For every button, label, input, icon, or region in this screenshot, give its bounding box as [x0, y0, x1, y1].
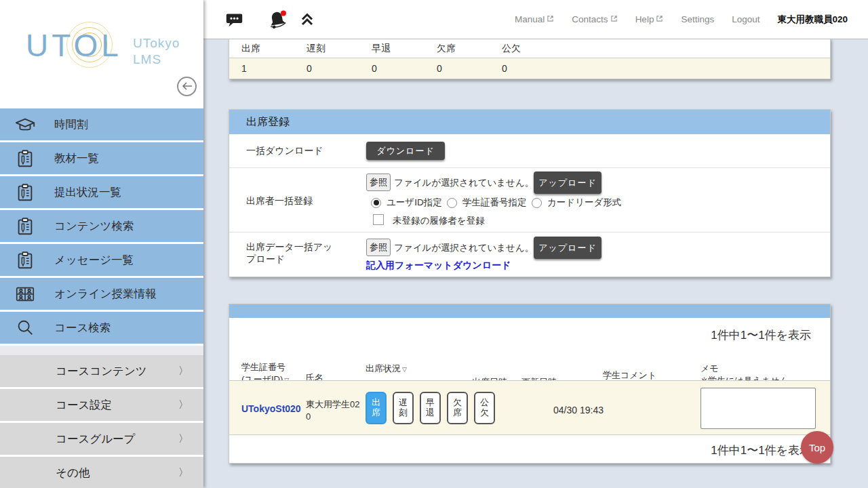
summary-values-row: 1 0 0 0 0 — [229, 58, 830, 79]
summary-val-attend: 1 — [241, 58, 307, 79]
radio-card-reader[interactable]: カードリーダ形式 — [532, 197, 621, 209]
status-button-early-leave[interactable]: 早退 — [420, 392, 441, 424]
summary-val-excused: 0 — [502, 58, 567, 79]
table-header-bar — [229, 304, 830, 318]
graduation-cap-icon — [14, 114, 37, 136]
attendee-bulk-register-row: 出席者一括登録 参照 ファイルが選択されていません。 アップロード ユーザID指… — [229, 167, 830, 232]
sidebar: UTOL UTokyo LMS 時間割 教材一覧 — [0, 0, 203, 488]
sidebar-item-content-search[interactable]: コンテンツ検索 — [0, 210, 203, 242]
clipboard-icon — [14, 182, 37, 203]
chevron-right-icon: 〉 — [178, 466, 189, 479]
external-link-icon — [610, 14, 618, 24]
sidebar-item-submission-status[interactable]: 提出状況一覧 — [0, 176, 203, 208]
chevron-right-icon: 〉 — [178, 365, 189, 378]
summary-col-early-leave: 早退 — [372, 39, 437, 58]
sidebar-main-menu: 時間割 教材一覧 提出状況一覧 コンテンツ検索 — [0, 108, 203, 346]
status-button-attend[interactable]: 出席 — [366, 392, 387, 424]
status-button-excused[interactable]: 公欠 — [474, 392, 495, 424]
bulk-download-row: 一括ダウンロード ダウンロード — [229, 134, 830, 167]
download-button[interactable]: ダウンロード — [366, 142, 445, 160]
bulk-download-label: 一括ダウンロード — [246, 145, 323, 157]
logo-text: UTOL — [26, 27, 122, 64]
format-download-link[interactable]: 記入用フォーマットダウンロード — [366, 260, 511, 272]
section-title: 出席登録 — [229, 110, 830, 134]
summary-col-excused: 公欠 — [502, 39, 567, 58]
table-header-zone: 1件中1〜1件を表示 学生証番号 (ユーザID)▽ 氏名 出席状況▽ 出席日時 … — [229, 318, 830, 380]
sidebar-item-course-search[interactable]: コース検索 — [0, 312, 203, 344]
main-content: 出席 遅刻 早退 欠席 公欠 1 0 0 0 0 出席登録 一括ダウンロード ダ… — [203, 39, 868, 488]
browse-file-button[interactable]: 参照 — [366, 174, 391, 191]
help-link[interactable]: Help — [635, 14, 664, 24]
utol-logo: UTOL UTokyo LMS — [26, 27, 189, 75]
notification-badge — [281, 10, 286, 16]
register-unenrolled-checkbox[interactable] — [373, 214, 384, 225]
sidebar-item-timetable[interactable]: 時間割 — [0, 108, 203, 140]
result-count-text: 1件中1〜1件を表示 — [711, 327, 811, 343]
summary-col-attend: 出席 — [241, 39, 307, 58]
clipboard-icon — [14, 148, 37, 169]
current-username: 東大用教職員020 — [777, 14, 848, 26]
clipboard-icon — [14, 250, 37, 270]
browse-file-button[interactable]: 参照 — [366, 239, 391, 256]
radio-unselected-icon — [447, 198, 457, 208]
result-count-text: 1件中1〜1件を表示 — [711, 443, 811, 458]
update-datetime: 04/30 19:43 — [553, 405, 604, 415]
no-file-selected-text: ファイルが選択されていません。 — [394, 177, 534, 189]
data-bulk-upload-label: 出席データ一括アップロード — [246, 241, 338, 265]
table-footer: 1件中1〜1件を表示 — [229, 434, 830, 463]
logo-subtext: UTokyo LMS — [133, 35, 180, 68]
status-button-group: 出席 遅刻 早退 欠席 公欠 — [366, 392, 495, 424]
radio-student-card-number[interactable]: 学生証番号指定 — [447, 197, 527, 209]
student-name: 東大用学生020 — [306, 399, 363, 422]
summary-val-absent: 0 — [437, 58, 502, 79]
summary-col-absent: 欠席 — [437, 39, 502, 58]
double-chevron-up-icon[interactable] — [299, 12, 315, 28]
col-status[interactable]: 出席状況▽ — [366, 363, 407, 375]
attendance-registration-panel: 出席登録 一括ダウンロード ダウンロード 出席者一括登録 参照 ファイルが選択さ… — [229, 109, 831, 277]
student-row: UTokyoSt020 東大用学生020 出席 遅刻 早退 欠席 公欠 04/3… — [229, 380, 830, 434]
sidebar-item-messages[interactable]: メッセージ一覧 — [0, 244, 203, 276]
sidebar-item-materials[interactable]: 教材一覧 — [0, 142, 203, 174]
topbar-links: Manual Contacts Help Settings Logout 東大用… — [515, 14, 868, 26]
attendee-bulk-label: 出席者一括登録 — [246, 195, 313, 207]
topbar-icons — [225, 9, 315, 30]
people-grid-icon — [14, 283, 37, 305]
sidebar-item-others[interactable]: その他 〉 — [0, 457, 203, 488]
notification-bell-icon[interactable] — [267, 9, 288, 30]
student-attendance-table: 1件中1〜1件を表示 学生証番号 (ユーザID)▽ 氏名 出席状況▽ 出席日時 … — [229, 304, 831, 464]
radio-user-id[interactable]: ユーザID指定 — [371, 197, 442, 209]
message-icon[interactable] — [225, 10, 243, 28]
sidebar-collapse-button[interactable] — [177, 77, 197, 96]
sidebar-item-course-settings[interactable]: コース設定 〉 — [0, 389, 203, 421]
summary-col-late: 遅刻 — [307, 39, 372, 58]
student-id-link[interactable]: UTokyoSt020 — [241, 403, 301, 414]
status-button-absent[interactable]: 欠席 — [447, 392, 468, 424]
sidebar-item-online-class-info[interactable]: オンライン授業情報 — [0, 278, 203, 310]
attendance-summary-table: 出席 遅刻 早退 欠席 公欠 1 0 0 0 0 — [229, 38, 831, 79]
summary-val-late: 0 — [307, 58, 372, 79]
sort-icon: ▽ — [402, 366, 407, 373]
memo-textarea[interactable] — [701, 388, 816, 429]
arrow-left-icon — [182, 81, 193, 93]
status-button-late[interactable]: 遅刻 — [393, 392, 414, 424]
summary-val-early-leave: 0 — [372, 58, 437, 79]
sidebar-course-menu: コースコンテンツ 〉 コース設定 〉 コースグループ 〉 その他 〉 — [0, 355, 203, 488]
summary-header-row: 出席 遅刻 早退 欠席 公欠 — [229, 39, 830, 58]
no-file-selected-text: ファイルが選択されていません。 — [394, 242, 534, 254]
sidebar-item-course-group[interactable]: コースグループ 〉 — [0, 423, 203, 455]
manual-link[interactable]: Manual — [515, 14, 554, 24]
upload-button[interactable]: アップロード — [534, 237, 601, 259]
settings-link[interactable]: Settings — [681, 14, 714, 24]
clipboard-icon — [14, 216, 37, 237]
radio-selected-icon — [371, 198, 381, 208]
search-icon — [14, 318, 37, 338]
scroll-to-top-button[interactable]: Top — [801, 431, 833, 464]
register-unenrolled-label: 未登録の履修者を登録 — [393, 215, 485, 227]
logout-link[interactable]: Logout — [732, 14, 760, 24]
chevron-right-icon: 〉 — [178, 432, 189, 445]
sidebar-divider — [0, 346, 203, 355]
upload-button[interactable]: アップロード — [534, 171, 601, 194]
sidebar-item-course-contents[interactable]: コースコンテンツ 〉 — [0, 355, 203, 387]
contacts-link[interactable]: Contacts — [572, 14, 617, 24]
external-link-icon — [656, 14, 663, 24]
